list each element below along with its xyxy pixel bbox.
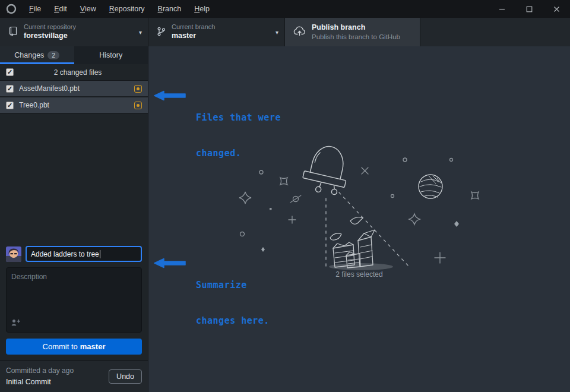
menu-bar: File Edit View Repository Branch Help: [23, 0, 216, 18]
sidebar-spacer: [0, 114, 148, 240]
cloud-upload-icon: [293, 26, 306, 38]
file-row-assetmanifest[interactable]: ✓ AssetManifest0.pbt: [0, 81, 148, 97]
include-all-row: ✓ 2 changed files: [0, 64, 148, 81]
commit-button[interactable]: Commit to master: [6, 339, 142, 355]
publish-branch-button[interactable]: Publish branch Publish this branch to Gi…: [285, 18, 420, 46]
avatar: [6, 246, 21, 262]
last-commit-footer: Committed a day ago Initial Commit Undo: [0, 361, 148, 392]
annotation-line: changed.: [196, 147, 281, 159]
git-branch-icon: [157, 27, 166, 38]
last-commit-time: Committed a day ago: [6, 366, 109, 376]
commit-button-prefix: Commit to: [43, 342, 78, 351]
main-panel: 2 files selected Files that were changed…: [148, 46, 570, 392]
file-name: Tree0.pbt: [19, 101, 134, 109]
menu-file[interactable]: File: [23, 0, 48, 18]
annotation-summarize: Summarize changes here.: [153, 255, 270, 350]
commit-button-branch: master: [80, 342, 106, 351]
repository-chooser-label: Current repository: [24, 23, 76, 31]
modified-dot-icon: [134, 85, 142, 93]
tab-changes-label: Changes: [14, 51, 44, 59]
file-name: AssetManifest0.pbt: [19, 84, 134, 93]
add-person-icon[interactable]: [11, 319, 21, 328]
modified-dot-icon: [134, 102, 142, 109]
menu-repository[interactable]: Repository: [103, 0, 151, 18]
changed-files-count: 2 changed files: [14, 68, 142, 77]
publish-branch-title: Publish branch: [312, 23, 400, 33]
commit-form: Added ladders to tree Description Commit…: [0, 240, 148, 361]
titlebar: File Edit View Repository Branch Help: [0, 0, 570, 18]
sidebar-tabs: Changes 2 History: [0, 46, 148, 64]
maximize-icon[interactable]: [515, 0, 543, 18]
toolbar: Current repository forestvillage ▾ Curre…: [0, 18, 570, 46]
github-octocat-icon: [0, 4, 23, 14]
last-commit-message: Initial Commit: [6, 377, 109, 387]
minimize-icon[interactable]: [488, 0, 515, 18]
close-icon[interactable]: [543, 0, 570, 18]
summary-text: Added ladders to tree: [31, 250, 99, 258]
include-all-checkbox[interactable]: ✓: [6, 68, 14, 76]
description-placeholder: Description: [11, 273, 47, 281]
menu-edit[interactable]: Edit: [48, 0, 74, 18]
undo-button[interactable]: Undo: [109, 369, 142, 384]
menu-branch[interactable]: Branch: [151, 0, 188, 18]
menu-help[interactable]: Help: [188, 0, 216, 18]
text-cursor: [100, 250, 100, 258]
left-arrow-icon: [153, 90, 186, 101]
annotation-line: changes here.: [196, 315, 270, 327]
window-controls: [488, 0, 570, 18]
branch-chooser[interactable]: Current branch master ▾: [148, 18, 285, 46]
repository-name: forestvillage: [24, 31, 76, 41]
repository-chooser[interactable]: Current repository forestvillage ▾: [0, 18, 148, 46]
tab-changes[interactable]: Changes 2: [0, 46, 74, 64]
annotation-line: Summarize: [196, 279, 270, 291]
description-input[interactable]: Description: [6, 267, 142, 333]
toolbar-spacer: [420, 18, 570, 46]
left-arrow-icon: [153, 258, 186, 268]
summary-input[interactable]: Added ladders to tree: [26, 246, 142, 262]
changes-count-badge: 2: [48, 51, 59, 60]
changes-sidebar: Changes 2 History ✓ 2 changed files ✓ As…: [0, 46, 148, 392]
file-checkbox[interactable]: ✓: [6, 102, 14, 109]
repo-book-icon: [8, 26, 18, 38]
annotation-files-changed: Files that were changed.: [153, 88, 281, 183]
file-row-tree[interactable]: ✓ Tree0.pbt: [0, 97, 148, 114]
chevron-down-icon: ▾: [271, 29, 278, 36]
publish-branch-subtitle: Publish this branch to GitHub: [312, 33, 400, 41]
chevron-down-icon: ▾: [134, 29, 142, 36]
menu-view[interactable]: View: [74, 0, 103, 18]
tab-history[interactable]: History: [74, 46, 148, 64]
tab-history-label: History: [99, 51, 122, 59]
branch-chooser-label: Current branch: [172, 23, 215, 31]
file-checkbox[interactable]: ✓: [6, 85, 14, 93]
files-selected-caption: 2 files selected: [318, 270, 401, 279]
annotation-line: Files that were: [196, 112, 281, 124]
branch-name: master: [172, 31, 215, 41]
